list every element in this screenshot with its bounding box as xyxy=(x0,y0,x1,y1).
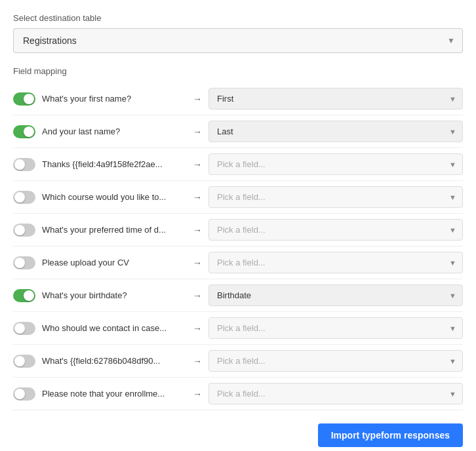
field-select-row10[interactable]: Pick a field... xyxy=(208,383,463,404)
source-field-name: Who should we contact in case... xyxy=(42,323,186,333)
field-select-wrapper: Pick a field...▼ xyxy=(208,186,463,208)
source-field-name: Thanks {{field:4a9f158fe2f2ae... xyxy=(42,159,186,169)
field-select-row6[interactable]: Pick a field... xyxy=(208,252,463,273)
source-field-name: What's your preferred time of d... xyxy=(42,225,186,235)
mapping-arrow-icon: → xyxy=(193,159,202,170)
toggle-row7[interactable] xyxy=(13,289,35,302)
mapping-row: Please upload your CV→Pick a field...▼ xyxy=(13,246,463,279)
destination-label: Select destination table xyxy=(13,13,463,23)
import-button[interactable]: Import typeform responses xyxy=(318,423,463,447)
mapping-row: Who should we contact in case...→Pick a … xyxy=(13,312,463,345)
mapping-arrow-icon: → xyxy=(193,258,202,268)
field-select-wrapper: Pick a field...▼ xyxy=(208,252,463,273)
toggle-row1[interactable] xyxy=(13,92,35,106)
toggle-row9[interactable] xyxy=(13,355,35,368)
toggle-row6[interactable] xyxy=(13,256,35,269)
field-select-row3[interactable]: Pick a field... xyxy=(208,153,463,175)
toggle-row3[interactable] xyxy=(13,158,35,171)
toggle-row10[interactable] xyxy=(13,387,35,401)
destination-select[interactable]: RegistrationsContactsLeads xyxy=(13,28,463,53)
mapping-arrow-icon: → xyxy=(193,389,202,399)
mapping-row: What's your preferred time of d...→Pick … xyxy=(13,214,463,246)
field-select-row4[interactable]: Pick a field... xyxy=(208,186,463,208)
field-select-row2[interactable]: Last xyxy=(208,121,463,142)
mapping-row: Thanks {{field:4a9f158fe2f2ae...→Pick a … xyxy=(13,148,463,181)
toggle-row5[interactable] xyxy=(13,224,35,237)
field-select-wrapper: Pick a field...▼ xyxy=(208,153,463,175)
source-field-name: What's your first name? xyxy=(42,94,186,104)
field-select-row9[interactable]: Pick a field... xyxy=(208,350,463,372)
field-select-wrapper: Pick a field...▼ xyxy=(208,383,463,404)
mapping-row: Which course would you like to...→Pick a… xyxy=(13,181,463,214)
mapping-row: And your last name?→Last▼ xyxy=(13,115,463,148)
field-select-wrapper: Last▼ xyxy=(208,121,463,142)
mapping-row: What's your birthdate?→Birthdate▼ xyxy=(13,279,463,312)
field-select-wrapper: Pick a field...▼ xyxy=(208,219,463,241)
toggle-row8[interactable] xyxy=(13,322,35,335)
source-field-name: What's your birthdate? xyxy=(42,290,186,300)
mapping-rows-container: What's your first name?→First▼And your l… xyxy=(13,83,463,410)
field-select-wrapper: Birthdate▼ xyxy=(208,284,463,306)
mapping-arrow-icon: → xyxy=(193,323,202,334)
field-mapping-section: Field mapping What's your first name?→Fi… xyxy=(13,66,463,410)
field-select-wrapper: Pick a field...▼ xyxy=(208,317,463,339)
field-select-row7[interactable]: Birthdate xyxy=(208,284,463,306)
source-field-name: Please upload your CV xyxy=(42,258,186,267)
field-select-row8[interactable]: Pick a field... xyxy=(208,317,463,339)
destination-select-wrapper: RegistrationsContactsLeads ▼ xyxy=(13,28,463,53)
mapping-arrow-icon: → xyxy=(193,356,202,366)
mapping-row: Please note that your enrollme...→Pick a… xyxy=(13,378,463,410)
source-field-name: And your last name? xyxy=(42,127,186,136)
field-select-wrapper: Pick a field...▼ xyxy=(208,350,463,372)
toggle-row4[interactable] xyxy=(13,191,35,204)
destination-section: Select destination table RegistrationsCo… xyxy=(13,13,463,53)
mapping-arrow-icon: → xyxy=(193,225,202,235)
source-field-name: What's {{field:62786b048df90... xyxy=(42,356,186,366)
mapping-arrow-icon: → xyxy=(193,290,202,301)
field-select-row1[interactable]: First xyxy=(208,88,463,109)
field-mapping-label: Field mapping xyxy=(13,66,463,76)
mapping-row: What's {{field:62786b048df90...→Pick a f… xyxy=(13,345,463,378)
source-field-name: Please note that your enrollme... xyxy=(42,389,186,399)
import-btn-row: Import typeform responses xyxy=(13,423,463,447)
field-select-wrapper: First▼ xyxy=(208,88,463,109)
mapping-arrow-icon: → xyxy=(193,94,202,104)
field-select-row5[interactable]: Pick a field... xyxy=(208,219,463,241)
mapping-row: What's your first name?→First▼ xyxy=(13,83,463,115)
source-field-name: Which course would you like to... xyxy=(42,192,186,202)
toggle-row2[interactable] xyxy=(13,125,35,138)
mapping-arrow-icon: → xyxy=(193,192,202,203)
mapping-arrow-icon: → xyxy=(193,127,202,137)
page-container: Select destination table RegistrationsCo… xyxy=(13,13,463,447)
